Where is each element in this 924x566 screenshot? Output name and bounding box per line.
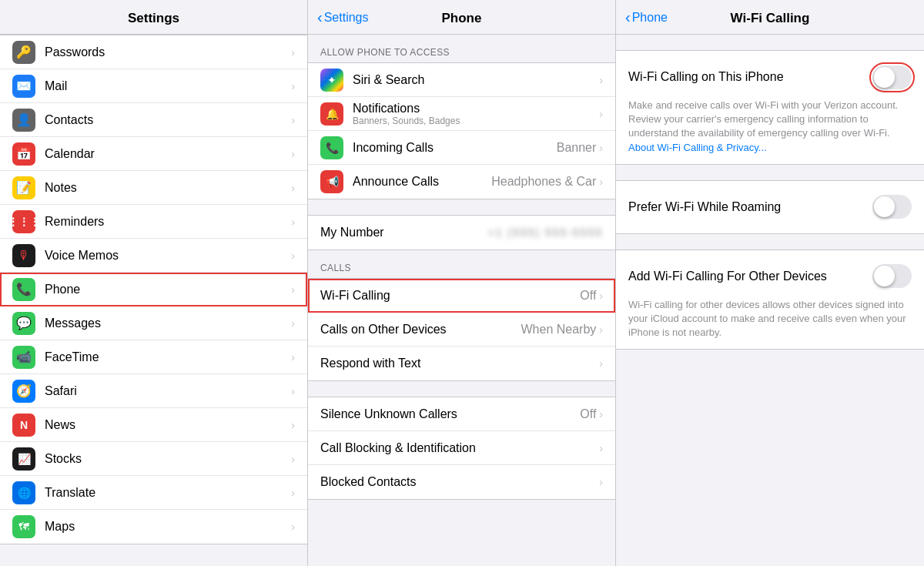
- chevron-icon: ›: [291, 317, 295, 330]
- mail-label: Mail: [45, 79, 291, 93]
- settings-item-reminders[interactable]: ⋮⋮⋮ Reminders ›: [0, 205, 307, 239]
- reminders-icon: ⋮⋮⋮: [12, 210, 35, 233]
- phone-panel: ‹ Settings Phone ALLOW PHONE TO ACCESS ✦…: [308, 0, 616, 566]
- phone-back-button[interactable]: ‹ Settings: [317, 8, 368, 26]
- phone-my-number[interactable]: My Number +1 (555) 555-5555: [308, 216, 615, 250]
- wifi-calling-title: Wi-Fi Calling: [628, 11, 912, 26]
- chevron-icon: ›: [599, 442, 603, 454]
- chevron-icon: ›: [291, 148, 295, 160]
- phone-announce-calls[interactable]: 📢 Announce Calls Headphones & Car ›: [308, 165, 615, 199]
- call-blocking-label: Call Blocking & Identification: [320, 441, 599, 455]
- translate-label: Translate: [45, 486, 291, 500]
- wifi-calling-description: Make and receive calls over Wi-Fi with y…: [628, 99, 912, 155]
- back-chevron-icon: ‹: [317, 8, 323, 26]
- settings-item-maps[interactable]: 🗺 Maps ›: [0, 510, 307, 544]
- settings-item-phone[interactable]: 📞 Phone ›: [0, 273, 307, 306]
- phone-wifi-calling[interactable]: Wi-Fi Calling Off ›: [308, 279, 615, 313]
- settings-item-calendar[interactable]: 📅 Calendar ›: [0, 137, 307, 171]
- wifi-calling-link[interactable]: About Wi-Fi Calling & Privacy...: [628, 142, 767, 153]
- settings-panel: Settings 🔑 Passwords › ✉️ Mail ›: [0, 0, 308, 566]
- silence-unknown-label: Silence Unknown Callers: [320, 407, 580, 421]
- maps-label: Maps: [45, 520, 291, 534]
- chevron-icon: ›: [599, 408, 603, 420]
- settings-list: 🔑 Passwords › ✉️ Mail › 👤: [0, 35, 307, 544]
- incoming-calls-icon: 📞: [320, 136, 343, 159]
- chevron-icon: ›: [291, 419, 295, 431]
- calendar-icon: 📅: [12, 142, 35, 166]
- chevron-icon: ›: [291, 453, 295, 465]
- settings-item-news[interactable]: N News ›: [0, 408, 307, 442]
- settings-item-facetime[interactable]: 📹 FaceTime ›: [0, 340, 307, 374]
- silence-unknown-value: Off: [580, 407, 596, 421]
- phone-silence-unknown[interactable]: Silence Unknown Callers Off ›: [308, 397, 615, 431]
- settings-item-contacts[interactable]: 👤 Contacts ›: [0, 103, 307, 137]
- phone-respond-text[interactable]: Respond with Text ›: [308, 347, 615, 380]
- phone-notifications[interactable]: 🔔 Notifications Banners, Sounds, Badges …: [308, 97, 615, 131]
- my-number-value: +1 (555) 555-5555: [487, 226, 603, 239]
- calendar-label: Calendar: [45, 147, 291, 161]
- notes-icon: 📝: [12, 176, 35, 199]
- calls-other-devices-label: Calls on Other Devices: [320, 323, 521, 337]
- prefer-wifi-label: Prefer Wi-Fi While Roaming: [628, 200, 872, 214]
- add-wifi-calling-description: Wi-Fi calling for other devices allows o…: [628, 298, 912, 340]
- facetime-icon: 📹: [12, 346, 35, 369]
- chevron-icon: ›: [599, 357, 603, 370]
- settings-header: Settings: [0, 0, 307, 35]
- phone-icon: 📞: [12, 278, 35, 301]
- safari-label: Safari: [45, 384, 291, 398]
- chevron-icon: ›: [599, 323, 603, 336]
- contacts-label: Contacts: [45, 113, 291, 127]
- chevron-icon: ›: [599, 476, 603, 488]
- chevron-icon: ›: [291, 216, 295, 228]
- my-number-list: My Number +1 (555) 555-5555: [308, 215, 615, 250]
- wifi-calling-value: Off: [580, 289, 596, 303]
- add-wifi-calling-label: Add Wi-Fi Calling For Other Devices: [628, 270, 872, 283]
- my-number-label: My Number: [320, 226, 487, 239]
- phone-incoming-calls[interactable]: 📞 Incoming Calls Banner ›: [308, 131, 615, 165]
- wifi-calling-toggle[interactable]: [872, 65, 912, 89]
- back-label: Settings: [324, 10, 369, 24]
- settings-item-stocks[interactable]: 📈 Stocks ›: [0, 442, 307, 476]
- incoming-calls-value: Banner: [557, 141, 597, 155]
- mail-icon: ✉️: [12, 75, 35, 98]
- chevron-icon: ›: [599, 142, 603, 154]
- chevron-icon: ›: [291, 385, 295, 397]
- back-chevron-icon: ‹: [625, 8, 631, 26]
- translate-icon: 🌐: [12, 481, 35, 504]
- settings-item-translate[interactable]: 🌐 Translate ›: [0, 476, 307, 510]
- settings-item-messages[interactable]: 💬 Messages ›: [0, 306, 307, 340]
- calls-header: CALLS: [308, 250, 615, 278]
- maps-icon: 🗺: [12, 515, 35, 538]
- wifi-calling-row: Wi-Fi Calling on This iPhone: [628, 60, 912, 94]
- settings-item-voice-memos[interactable]: 🎙 Voice Memos ›: [0, 239, 307, 273]
- phone-calls-other-devices[interactable]: Calls on Other Devices When Nearby ›: [308, 313, 615, 347]
- chevron-icon: ›: [599, 108, 603, 120]
- prefer-wifi-row: Prefer Wi-Fi While Roaming: [628, 190, 912, 224]
- settings-item-safari[interactable]: 🧭 Safari ›: [0, 374, 307, 408]
- prefer-wifi-toggle[interactable]: [872, 195, 912, 219]
- facetime-label: FaceTime: [45, 350, 291, 364]
- wifi-calling-on-iphone-label: Wi-Fi Calling on This iPhone: [628, 70, 872, 84]
- phone-call-blocking[interactable]: Call Blocking & Identification ›: [308, 431, 615, 465]
- allow-access-list: ✦ Siri & Search › 🔔 Notifications Banner…: [308, 62, 615, 199]
- wifi-calling-panel: ‹ Phone Wi-Fi Calling Wi-Fi Calling on T…: [616, 0, 924, 566]
- wifi-calling-back-button[interactable]: ‹ Phone: [625, 8, 668, 26]
- passwords-icon: 🔑: [12, 41, 35, 64]
- settings-title: Settings: [12, 11, 295, 26]
- stocks-icon: 📈: [12, 447, 35, 471]
- settings-item-notes[interactable]: 📝 Notes ›: [0, 171, 307, 205]
- siri-label: Siri & Search: [353, 73, 599, 87]
- chevron-icon: ›: [291, 114, 295, 126]
- settings-item-passwords[interactable]: 🔑 Passwords ›: [0, 35, 307, 69]
- notifications-icon: 🔔: [320, 102, 343, 126]
- phone-blocked-contacts[interactable]: Blocked Contacts ›: [308, 465, 615, 499]
- settings-item-mail[interactable]: ✉️ Mail ›: [0, 69, 307, 103]
- chevron-icon: ›: [291, 283, 295, 296]
- chevron-icon: ›: [291, 182, 295, 194]
- add-wifi-calling-toggle[interactable]: [872, 264, 912, 288]
- chevron-icon: ›: [599, 74, 603, 86]
- announce-calls-label: Announce Calls: [353, 175, 491, 189]
- wifi-calling-header: ‹ Phone Wi-Fi Calling: [616, 0, 924, 35]
- phone-siri-search[interactable]: ✦ Siri & Search ›: [308, 63, 615, 97]
- blocked-contacts-label: Blocked Contacts: [320, 475, 599, 489]
